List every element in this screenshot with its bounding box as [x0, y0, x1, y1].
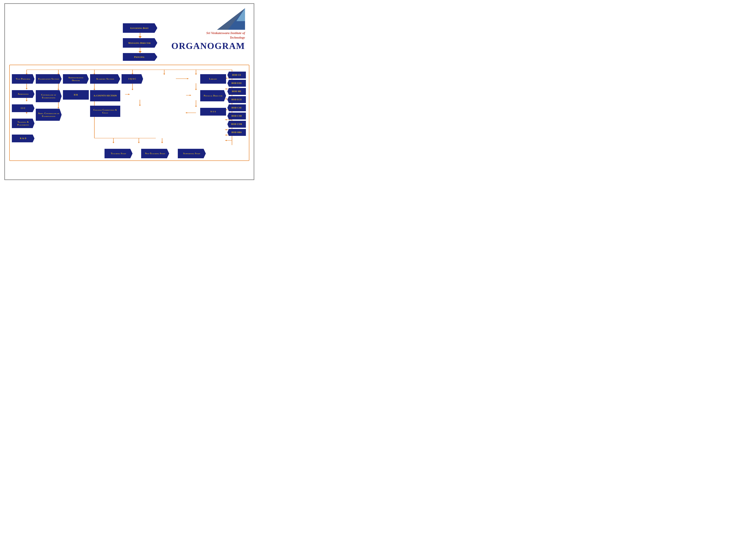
hod-eee-box: HOD EEE — [228, 80, 246, 87]
bottom-row: Teaching Staff Non-Teaching Staff Suppor… — [11, 149, 248, 158]
admissions-box: Admissions — [12, 90, 35, 98]
col-exam: Examination Section Controller of Examin… — [36, 67, 62, 121]
hr-box: H R — [63, 90, 89, 99]
col-vp: Vice Principal Admissions I I C Training… — [12, 67, 35, 142]
principal-box: Principal — [123, 53, 157, 61]
teaching-staff-box: Teaching Staff — [104, 149, 133, 158]
hod-hbs-box: HOD HBS — [228, 129, 246, 136]
governing-body-box: Governing Body — [123, 23, 157, 33]
supporting-staff-box: Supporting Staff — [178, 149, 206, 158]
nss-box: N S S — [200, 108, 226, 116]
academic-section-box: Academic Section — [90, 74, 120, 84]
admin-officer-box: Administrative Officer — [63, 74, 89, 84]
r-and-d-box: R & D — [12, 134, 35, 142]
departments-border: Vice Principal Admissions I I C Training… — [9, 65, 249, 161]
accounts-section-box: AcCOUNTS SECTION — [90, 90, 120, 101]
col-iqac: I Q A C — [122, 67, 143, 84]
vice-principal-box: Vice Principal — [12, 74, 35, 84]
examination-section-box: Examination Section — [36, 74, 62, 84]
page: Sri Venkateswara Institute of Technology… — [4, 3, 254, 180]
col-admin: Administrative Officer H R — [63, 67, 89, 99]
col-academic: Academic Section AcCOUNTS SECTION Colleg… — [90, 67, 120, 117]
col-hods: HOD CE HOD EEE HOD ME HOD ECE HOD CSE — [228, 67, 247, 136]
college-committees-box: College Committees & Cells — [90, 106, 120, 117]
col-library: Library Physical Director N S S — [200, 67, 226, 116]
hod-ece-box: HOD ECE — [228, 96, 246, 103]
iic-box: I I C — [12, 104, 35, 112]
controller-examinations-box: Controller of Examinations — [36, 90, 62, 102]
non-teaching-staff-box: Non-Teaching Staff — [141, 149, 169, 158]
library-box: Library — [200, 74, 226, 84]
hod-me-box: HOD ME — [228, 88, 246, 95]
top-hierarchy: Governing Body Managing Director Princip… — [121, 23, 159, 61]
training-placements-box: Training & Placements — [12, 119, 35, 128]
hod-cse-box: HOD CSE — [228, 104, 246, 111]
hod-csd-box: HOD CSD — [228, 113, 246, 120]
managing-director-box: Managing Director — [123, 38, 157, 48]
hod-ce-box: HOD CE — [228, 71, 246, 78]
addl-controller-box: Addl. Controller of Examinations — [36, 109, 62, 121]
iqac-box: I Q A C — [122, 74, 143, 84]
physical-director-box: Physical Director — [200, 90, 226, 101]
org-chart: Governing Body Managing Director Princip… — [9, 23, 249, 161]
hod-csm-box: HOD CSM — [228, 121, 246, 128]
